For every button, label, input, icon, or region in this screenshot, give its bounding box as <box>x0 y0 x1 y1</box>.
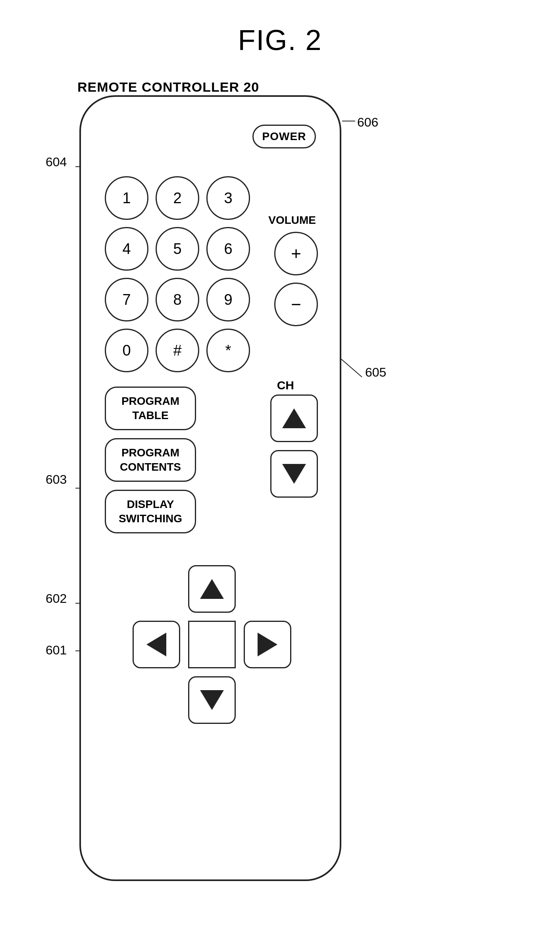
svg-line-2 <box>341 359 362 377</box>
dpad-up-button[interactable] <box>188 565 236 613</box>
channel-down-button[interactable] <box>270 450 318 498</box>
volume-down-button[interactable]: − <box>274 283 318 326</box>
dpad-down-arrow-icon <box>200 690 224 710</box>
button-9[interactable]: 9 <box>206 278 250 321</box>
remote-body: POWER 1 2 3 4 5 6 7 8 9 0 # * VOLUME + −… <box>79 95 341 881</box>
remote-controller-label: REMOTE CONTROLLER 20 <box>77 79 259 95</box>
button-1[interactable]: 1 <box>105 176 148 220</box>
button-8[interactable]: 8 <box>156 278 199 321</box>
dpad-center-button[interactable] <box>188 621 236 668</box>
ref-606: 606 <box>357 115 378 130</box>
button-star[interactable]: * <box>206 329 250 372</box>
ref-603: 603 <box>46 472 67 487</box>
program-table-button[interactable]: PROGRAM TABLE <box>105 387 196 430</box>
button-6[interactable]: 6 <box>206 227 250 271</box>
volume-label: VOLUME <box>268 214 316 227</box>
dpad-down-button[interactable] <box>188 676 236 724</box>
button-hash[interactable]: # <box>156 329 199 372</box>
dpad <box>133 565 291 724</box>
dpad-left-arrow-icon <box>146 633 166 656</box>
program-contents-button[interactable]: PROGRAM CONTENTS <box>105 438 196 482</box>
dpad-right-arrow-icon <box>258 633 277 656</box>
arrow-down-icon <box>282 464 306 484</box>
button-7[interactable]: 7 <box>105 278 148 321</box>
power-button[interactable]: POWER <box>252 125 316 148</box>
display-switching-button[interactable]: DISPLAY SWITCHING <box>105 490 196 533</box>
dpad-right-button[interactable] <box>244 621 291 668</box>
ch-label: CH <box>277 379 294 392</box>
ref-601: 601 <box>46 643 67 658</box>
dpad-up-arrow-icon <box>200 579 224 599</box>
dpad-left-button[interactable] <box>133 621 180 668</box>
button-4[interactable]: 4 <box>105 227 148 271</box>
page-title: FIG. 2 <box>0 0 560 56</box>
button-0[interactable]: 0 <box>105 329 148 372</box>
arrow-up-icon <box>282 408 306 428</box>
button-3[interactable]: 3 <box>206 176 250 220</box>
ref-604: 604 <box>46 155 67 169</box>
numpad: 1 2 3 4 5 6 7 8 9 0 # * <box>105 176 250 372</box>
volume-up-button[interactable]: + <box>274 232 318 275</box>
button-2[interactable]: 2 <box>156 176 199 220</box>
button-5[interactable]: 5 <box>156 227 199 271</box>
channel-up-button[interactable] <box>270 394 318 442</box>
ref-605: 605 <box>365 365 386 380</box>
ref-602: 602 <box>46 591 67 606</box>
